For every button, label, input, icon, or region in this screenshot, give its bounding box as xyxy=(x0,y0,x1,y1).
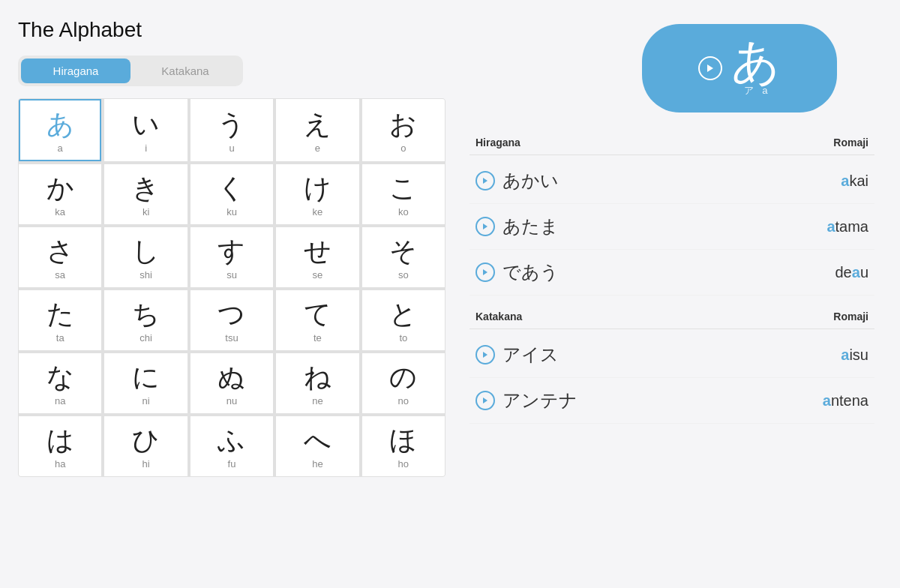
grid-cell-i[interactable]: いi xyxy=(104,99,187,161)
grid-cell-na[interactable]: なna xyxy=(19,353,101,413)
grid-cell-te[interactable]: てte xyxy=(276,290,358,350)
highlight: a xyxy=(826,218,835,235)
grid-char: ふ xyxy=(218,425,245,455)
grid-cell-u[interactable]: うu xyxy=(190,99,273,161)
grid-char: き xyxy=(132,173,160,203)
play-button-atama[interactable] xyxy=(476,217,495,236)
grid-cell-chi[interactable]: ちchi xyxy=(104,290,187,350)
grid-char: た xyxy=(46,299,74,329)
grid-cell-ku[interactable]: くku xyxy=(190,164,273,224)
grid-cell-ne[interactable]: ねne xyxy=(276,353,358,413)
romaji-rest: tama xyxy=(836,218,868,235)
grid-char: し xyxy=(132,236,160,266)
word-row-antena: アンテナ antena xyxy=(470,378,874,424)
tab-katakana[interactable]: Katakana xyxy=(130,58,240,83)
grid-romaji: ho xyxy=(398,458,409,470)
word-romaji-deau: deau xyxy=(672,264,868,281)
grid-cell-tsu[interactable]: つtsu xyxy=(190,290,273,350)
svg-marker-5 xyxy=(483,398,488,404)
grid-romaji: ni xyxy=(142,395,150,406)
play-button-akai[interactable] xyxy=(476,171,495,190)
grid-cell-sa[interactable]: さsa xyxy=(19,227,101,287)
grid-char: い xyxy=(132,110,160,140)
romaji-rest: ntena xyxy=(831,392,868,409)
grid-cell-ta[interactable]: たta xyxy=(19,290,101,350)
grid-char: は xyxy=(46,425,74,455)
character-grid: あaいiうuえeおoかkaきkiくkuけkeこkoさsaしshiすsuせseそs… xyxy=(18,98,446,477)
grid-romaji: ke xyxy=(313,206,323,218)
grid-romaji: chi xyxy=(140,332,152,344)
grid-cell-so[interactable]: そso xyxy=(362,227,445,287)
grid-cell-fu[interactable]: ふfu xyxy=(190,416,273,476)
grid-romaji: tsu xyxy=(225,332,238,344)
grid-romaji: to xyxy=(399,332,407,344)
romaji-rest: kai xyxy=(849,172,868,189)
tab-bar: Hiragana Katakana xyxy=(18,56,243,86)
grid-cell-he[interactable]: へhe xyxy=(276,416,358,476)
grid-cell-ka[interactable]: かka xyxy=(19,164,101,224)
grid-romaji: na xyxy=(55,395,65,406)
katakana-section-header: Katakana Romaji xyxy=(470,302,874,329)
grid-char: さ xyxy=(46,236,74,266)
selected-romaji: a xyxy=(762,85,767,96)
grid-romaji: nu xyxy=(226,395,237,406)
grid-romaji: o xyxy=(400,142,406,154)
grid-romaji: ki xyxy=(142,206,149,218)
grid-cell-shi[interactable]: しshi xyxy=(104,227,187,287)
play-button-aisu[interactable] xyxy=(476,345,495,364)
word-row-atama: あたま atama xyxy=(470,204,874,250)
grid-cell-ha[interactable]: はha xyxy=(19,416,101,476)
grid-romaji: ko xyxy=(398,206,409,218)
grid-char: の xyxy=(389,362,417,392)
grid-char: な xyxy=(46,362,74,392)
grid-romaji: a xyxy=(58,142,63,154)
grid-char: あ xyxy=(46,110,74,140)
grid-romaji: su xyxy=(226,269,237,280)
grid-cell-ki[interactable]: きki xyxy=(104,164,187,224)
grid-char: ぬ xyxy=(218,362,245,392)
romaji-label2: Romaji xyxy=(672,310,868,322)
grid-cell-o[interactable]: おo xyxy=(362,99,445,161)
grid-cell-no[interactable]: のno xyxy=(362,353,445,413)
romaji-pre: de xyxy=(836,264,852,280)
grid-cell-ke[interactable]: けke xyxy=(276,164,358,224)
grid-cell-a[interactable]: あa xyxy=(19,99,101,161)
page-title: The Alphabet xyxy=(18,18,446,42)
grid-cell-to[interactable]: とto xyxy=(362,290,445,350)
grid-char: え xyxy=(304,110,332,140)
grid-char: こ xyxy=(389,173,417,203)
grid-romaji: se xyxy=(313,269,323,280)
grid-cell-hi[interactable]: ひhi xyxy=(104,416,187,476)
selected-char-sub: ア a xyxy=(744,84,767,98)
grid-cell-nu[interactable]: ぬnu xyxy=(190,353,273,413)
word-row-aisu: アイス aisu xyxy=(470,332,874,378)
grid-cell-ni[interactable]: にni xyxy=(104,353,187,413)
grid-cell-e[interactable]: えe xyxy=(276,99,358,161)
grid-cell-ko[interactable]: こko xyxy=(362,164,445,224)
selected-char-info: あ ア a xyxy=(731,38,781,99)
romaji-rest: isu xyxy=(849,346,868,363)
tab-hiragana[interactable]: Hiragana xyxy=(21,58,130,83)
grid-char: に xyxy=(132,362,160,392)
grid-romaji: ta xyxy=(56,332,64,344)
play-button-deau[interactable] xyxy=(476,262,495,282)
right-panel: あ ア a Hiragana Romaji xyxy=(470,18,882,477)
grid-cell-su[interactable]: すsu xyxy=(190,227,273,287)
word-romaji-akai: akai xyxy=(672,172,868,190)
word-left: であう xyxy=(476,260,672,284)
selected-char-display[interactable]: あ ア a xyxy=(642,24,837,112)
play-button-large[interactable] xyxy=(698,56,722,80)
grid-romaji: ka xyxy=(55,206,65,218)
word-row-deau: であう deau xyxy=(470,250,874,296)
word-romaji-atama: atama xyxy=(672,218,868,236)
grid-char: く xyxy=(218,173,245,203)
play-button-antena[interactable] xyxy=(476,391,495,410)
word-kana-aisu: アイス xyxy=(502,343,559,367)
grid-cell-se[interactable]: せse xyxy=(276,227,358,287)
words-section: Hiragana Romaji あかい akai xyxy=(470,136,874,424)
grid-romaji: ku xyxy=(226,206,237,218)
grid-romaji: sa xyxy=(55,269,65,280)
grid-romaji: ne xyxy=(312,395,322,406)
grid-cell-ho[interactable]: ほho xyxy=(362,416,445,476)
svg-marker-0 xyxy=(707,64,713,72)
